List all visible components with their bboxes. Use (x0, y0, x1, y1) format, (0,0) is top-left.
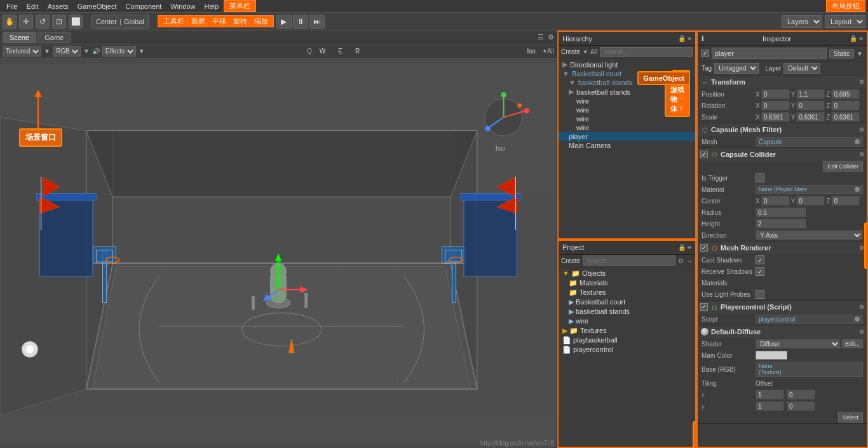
direction-dropdown[interactable]: Y-Axis (756, 230, 863, 240)
menu-window[interactable]: Window (166, 2, 199, 11)
menu-edit[interactable]: Edit (23, 2, 43, 11)
scene-mode-select[interactable]: Textured (3, 46, 41, 57)
hierarchy-item-wire4[interactable]: wire (559, 123, 695, 132)
hierarchy-item-player[interactable]: player (559, 132, 695, 141)
project-item-textures2[interactable]: ▶ 📁 Textures (559, 326, 695, 336)
tab-scene[interactable]: Scene (3, 32, 36, 43)
height-field[interactable] (756, 219, 806, 229)
hierarchy-menu-btn[interactable]: ≡ (688, 35, 691, 42)
toolbar-refresh-btn[interactable]: ↺ (36, 15, 50, 29)
inspector-menu-btn[interactable]: ≡ (859, 35, 863, 42)
layer-dropdown[interactable]: Default (783, 63, 820, 74)
position-x-field[interactable] (761, 89, 790, 99)
hierarchy-search-input[interactable] (600, 47, 693, 57)
mesh-filter-header[interactable]: ⬡ Capsule (Mesh Filter) ⚙ (698, 123, 867, 136)
position-z-field[interactable] (831, 89, 860, 99)
toolbar-rect-btn[interactable]: ⊡ (52, 15, 66, 29)
transform-settings-btn[interactable]: ⚙ (859, 79, 864, 85)
offset-x-field[interactable] (787, 390, 815, 400)
static-dropdown-arrow[interactable]: ▼ (857, 50, 863, 57)
hierarchy-item-wire3[interactable]: wire (559, 114, 695, 123)
menu-help[interactable]: Help (200, 2, 222, 11)
gizmos-btn[interactable]: Iso (527, 48, 536, 55)
hierarchy-item-stands1[interactable]: ▼ basketball stands (559, 78, 695, 87)
all-btn[interactable]: All (590, 48, 597, 55)
playercontrol-active-checkbox[interactable]: ✓ (700, 303, 708, 311)
scale-x-field[interactable] (761, 112, 790, 122)
scale-z-field[interactable] (831, 112, 860, 122)
material-settings-btn[interactable]: ⚙ (859, 329, 864, 335)
scene-effects-select[interactable]: Effects (102, 46, 136, 57)
cast-shadows-checkbox[interactable]: ✓ (756, 255, 764, 264)
hierarchy-item-maincamera[interactable]: Main Camera (559, 141, 695, 150)
radius-field[interactable] (756, 207, 806, 217)
toolbar-move-btn[interactable]: ✛ (19, 15, 33, 29)
rotation-z-field[interactable] (831, 100, 860, 111)
project-item-playbasketball[interactable]: 📄 playbasketball (559, 336, 695, 345)
tiling-x-field[interactable] (756, 390, 784, 400)
mesh-renderer-active-checkbox[interactable]: ✓ (700, 244, 708, 252)
object-name-field[interactable] (712, 48, 827, 59)
hierarchy-item-wire2[interactable]: wire (559, 105, 695, 114)
hierarchy-item-basketballcourt[interactable]: ▼ Basketball court (559, 69, 695, 78)
scale-y-field[interactable] (796, 112, 825, 122)
menu-assets[interactable]: Assets (44, 2, 72, 11)
project-menu-btn[interactable]: ≡ (688, 244, 691, 251)
mesh-filter-settings-btn[interactable]: ⚙ (859, 126, 864, 133)
menu-gameobject[interactable]: GameObject (74, 2, 121, 11)
hierarchy-item-wire1[interactable]: wire (559, 97, 695, 105)
rotation-x-field[interactable] (761, 100, 790, 111)
menu-file[interactable]: File (3, 2, 22, 11)
project-item-materials[interactable]: 📁 Materials (559, 278, 695, 288)
play-button[interactable]: ▶ (276, 15, 292, 29)
center-y-field[interactable] (796, 196, 825, 206)
material-value[interactable]: None (Physic Mate (756, 185, 863, 194)
pause-button[interactable]: ⏸ (293, 15, 308, 29)
center-x-field[interactable] (761, 196, 790, 206)
tag-dropdown[interactable]: Untagged (714, 63, 759, 74)
project-item-objects[interactable]: ▼ 📁 Objects (559, 269, 695, 278)
step-button[interactable]: ⏭ (309, 15, 325, 29)
tiling-y-field[interactable] (756, 401, 784, 411)
project-item-textures[interactable]: 📁 Textures (559, 288, 695, 297)
capsule-collider-header[interactable]: ✓ ⬭ Capsule Collider ⚙ (698, 148, 867, 161)
create-label[interactable]: Create (561, 48, 580, 55)
material-header[interactable]: Default-Diffuse ⚙ (698, 325, 867, 338)
object-active-checkbox[interactable]: ✓ (702, 50, 709, 57)
gizmos-label[interactable]: Q (307, 48, 312, 55)
shader-dropdown[interactable]: Diffuse (756, 339, 841, 349)
base-rgb-value[interactable]: None (Texture) (756, 362, 863, 377)
mesh-value[interactable]: Capsule (756, 137, 863, 147)
playercontrol-settings-btn[interactable]: ⚙ (859, 304, 864, 310)
hierarchy-item-directionallight[interactable]: ▶ Directional light (559, 60, 695, 69)
use-light-probes-checkbox[interactable] (756, 290, 764, 299)
edit-shader-btn[interactable]: Edit... (842, 339, 863, 348)
select-btn[interactable]: Select (838, 412, 863, 423)
is-trigger-checkbox[interactable] (756, 173, 764, 182)
toolbar-center-global[interactable]: Center | Global (92, 15, 149, 29)
project-item-playercontrol[interactable]: 📄 playercontrol (559, 345, 695, 355)
transform-header[interactable]: ↔ Transform ⚙ (698, 76, 867, 88)
scene-rgb-select[interactable]: RGB (53, 46, 81, 57)
layers-dropdown[interactable]: Layers (782, 15, 822, 28)
project-item-bcourt[interactable]: ▶ Basketball court (559, 297, 695, 307)
playercontrol-header[interactable]: ✓ ◻ Playercontrol (Script) ⚙ (698, 301, 867, 313)
inspector-lock-btn[interactable]: 🔒 (850, 35, 857, 42)
hierarchy-lock-btn[interactable]: 🔒 (678, 35, 686, 42)
project-item-wire[interactable]: ▶ wire (559, 316, 695, 326)
scene-content[interactable]: Iso (0, 58, 557, 448)
toolbar-hand-btn[interactable]: ✋ (3, 15, 17, 29)
project-item-bstands[interactable]: ▶ basketball stands (559, 307, 695, 316)
capsule-settings-btn[interactable]: ⚙ (859, 151, 864, 158)
hierarchy-item-stands2[interactable]: ▶ basketball stands (559, 87, 695, 97)
rotation-y-field[interactable] (796, 100, 825, 111)
layout-dropdown[interactable]: Layout (825, 15, 865, 28)
project-create-label[interactable]: Create (561, 257, 580, 264)
position-y-field[interactable] (796, 89, 825, 99)
center-z-field[interactable] (831, 196, 860, 206)
offset-y-field[interactable] (787, 401, 815, 411)
mesh-renderer-settings-btn[interactable]: ⚙ (859, 245, 864, 251)
tab-game[interactable]: Game (37, 32, 71, 43)
project-lock-btn[interactable]: 🔒 (678, 244, 686, 251)
script-value[interactable]: playercontrol (756, 315, 863, 324)
